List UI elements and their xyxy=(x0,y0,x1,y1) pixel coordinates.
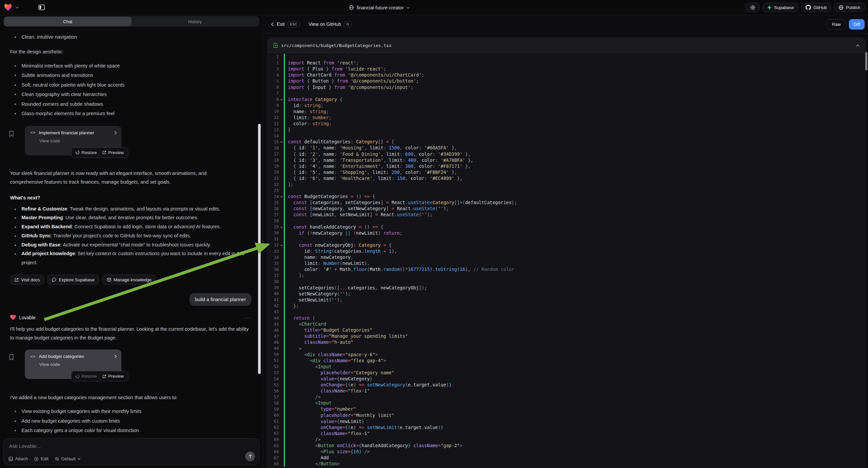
code-line: 33 id: String(categories.length + 1), xyxy=(268,248,865,254)
code-scrollbar[interactable] xyxy=(865,52,867,70)
fold-chevron-icon[interactable] xyxy=(279,225,284,229)
supabase-label: Supabase xyxy=(774,5,794,10)
list-item: Glass-morphic elements for a premium fee… xyxy=(10,109,251,118)
fold-chevron-icon xyxy=(279,154,284,154)
composer-placeholder: Ask Lovable... xyxy=(9,443,254,449)
version-title: Add budget categories xyxy=(39,354,112,359)
tab-chat[interactable]: Chat xyxy=(4,17,131,26)
gear-icon xyxy=(750,5,755,10)
fold-chevron-icon xyxy=(279,214,284,215)
code-text: <Plus size={16} /> xyxy=(285,449,370,454)
restore-button[interactable]: Restore xyxy=(75,150,97,155)
code-line: 44 return ( xyxy=(268,315,865,321)
line-number: 45 xyxy=(268,322,279,327)
line-number: 31 xyxy=(268,236,279,241)
line-number: 40 xyxy=(268,291,279,296)
tab-history[interactable]: History xyxy=(131,17,259,26)
diff-added-gutter xyxy=(284,218,285,224)
line-number: 67 xyxy=(268,455,279,460)
explore-supabase-button[interactable]: Explore Supabase xyxy=(47,274,99,285)
code-line: 31 xyxy=(268,236,865,242)
fold-chevron-icon[interactable] xyxy=(279,140,284,143)
code-text: import { Input } from '@/components/ui/i… xyxy=(285,85,413,90)
collapse-file-button[interactable] xyxy=(856,43,860,48)
view-on-github-button[interactable]: View on GitHub G xyxy=(308,21,351,28)
publish-button[interactable]: Publish xyxy=(834,3,865,12)
fold-chevron-icon xyxy=(279,75,284,75)
message-menu-button[interactable]: ··· xyxy=(244,315,251,320)
list-item: Soft, neutral color palette with light b… xyxy=(10,80,251,90)
attach-button[interactable]: Attach xyxy=(8,456,28,461)
bookmark-icon[interactable] xyxy=(9,130,14,138)
project-switcher[interactable]: financial-future-creator xyxy=(349,0,410,15)
sidebar-toggle-button[interactable] xyxy=(38,4,45,11)
composer[interactable]: Ask Lovable... Attach Edit xyxy=(3,438,259,465)
code-editor[interactable]: 12import React from 'react';3import { Pl… xyxy=(268,53,865,468)
restore-icon xyxy=(75,374,80,378)
line-number: 51 xyxy=(268,358,279,363)
version-card-group: <> Implement financial planner View code… xyxy=(10,126,251,155)
code-line: 21 { id: '6', name: 'Healthcare', limit:… xyxy=(268,175,865,181)
code-line: 65 <Button onClick={handleAddCategory} c… xyxy=(268,442,865,448)
code-text: name: newCategory, xyxy=(285,255,353,260)
model-selector[interactable]: Default xyxy=(55,456,81,461)
preview-button[interactable]: Preview xyxy=(102,374,124,379)
restore-button[interactable]: Restore xyxy=(75,374,97,379)
line-number: 27 xyxy=(268,212,279,217)
file-header[interactable]: src/components/budget/BudgetCategories.t… xyxy=(268,38,865,53)
fold-chevron-icon xyxy=(279,111,284,112)
chat-bubble-icon xyxy=(52,277,56,282)
code-line: 11 limit: number; xyxy=(268,115,865,120)
chevron-down-icon xyxy=(406,7,410,9)
chat-scrollbar[interactable] xyxy=(258,124,261,374)
visit-docs-button[interactable]: Visit docs xyxy=(10,274,44,285)
bookmark-icon[interactable] xyxy=(9,354,14,362)
fold-chevron-icon[interactable] xyxy=(279,98,284,101)
code-line: 43 xyxy=(268,309,865,315)
fold-chevron-icon[interactable] xyxy=(279,243,284,247)
manage-knowledge-button[interactable]: Manage knowledge xyxy=(102,274,156,285)
code-line: 56 className="flex-1" xyxy=(268,388,865,394)
line-number: 14 xyxy=(268,133,279,138)
chevron-down-icon[interactable] xyxy=(16,6,19,8)
code-line: 45 <ChartCard xyxy=(268,321,865,327)
view-code-link[interactable]: View code xyxy=(39,362,117,367)
code-text: { id: '3', name: 'Transportation', limit… xyxy=(285,157,473,163)
exit-button[interactable]: Exit ESC xyxy=(271,21,300,28)
preview-button[interactable]: Preview xyxy=(102,150,124,155)
github-button[interactable]: GitHub xyxy=(801,3,831,12)
code-text: name: string; xyxy=(285,109,329,114)
code-line: 36 color: '#' + Math.floor(Math.random()… xyxy=(268,266,865,272)
code-text: color: '#' + Math.floor(Math.random()*16… xyxy=(285,267,514,272)
code-line: 53 placeholder="Category name" xyxy=(268,370,865,376)
fold-chevron-icon xyxy=(279,257,284,258)
fold-chevron-icon xyxy=(279,384,284,385)
line-number: 21 xyxy=(268,176,279,181)
code-line: 64 /> xyxy=(268,436,865,442)
code-line: 2import React from 'react'; xyxy=(268,60,865,66)
code-line: 9 id: string; xyxy=(268,103,865,109)
fold-chevron-icon xyxy=(279,342,284,343)
fold-chevron-icon xyxy=(279,275,284,275)
code-line: 49 > xyxy=(268,346,865,351)
line-number: 3 xyxy=(268,66,279,71)
raw-toggle-button[interactable]: Raw xyxy=(827,19,846,30)
fold-chevron-icon[interactable] xyxy=(279,195,284,198)
code-line: 48 className="h-auto" xyxy=(268,339,865,345)
diff-toggle-button[interactable]: Diff xyxy=(849,19,865,30)
code-line: 46 title="Budget Categories" xyxy=(268,327,865,333)
code-line: 42 }; xyxy=(268,303,865,309)
code-text: const newCategoryObj: Category = { xyxy=(285,242,392,248)
code-text: subtitle="Manage your spending limits" xyxy=(285,333,408,339)
view-code-link[interactable]: View code xyxy=(39,138,117,143)
target-icon xyxy=(34,457,39,461)
diff-added-gutter xyxy=(284,90,285,96)
lovable-logo[interactable] xyxy=(4,4,12,11)
settings-button[interactable] xyxy=(746,3,760,12)
edit-mode-button[interactable]: Edit xyxy=(34,456,48,461)
code-text: import { Button } from '@/components/ui/… xyxy=(285,78,419,84)
supabase-button[interactable]: Supabase xyxy=(763,3,798,12)
send-button[interactable] xyxy=(245,451,255,461)
fold-chevron-icon xyxy=(279,105,284,106)
github-label: GitHub xyxy=(813,5,827,10)
